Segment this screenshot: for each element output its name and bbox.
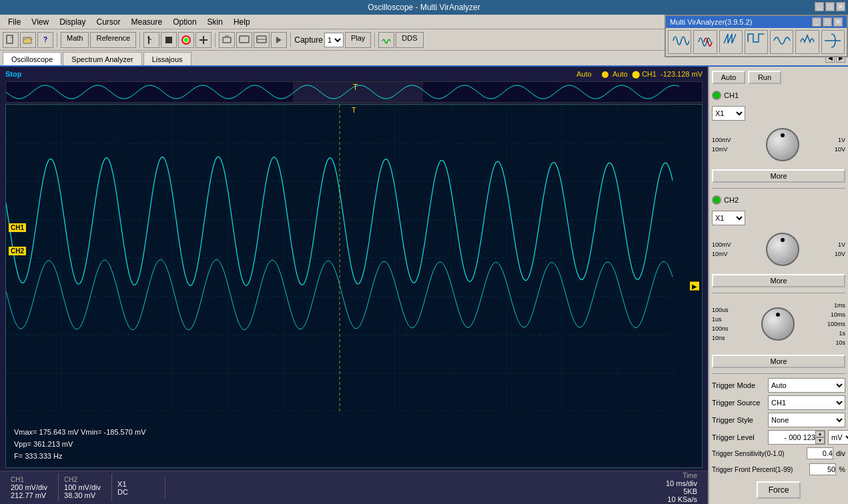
maximize-btn[interactable]: □ bbox=[825, 2, 835, 11]
mini-maximize-btn[interactable]: □ bbox=[823, 17, 832, 27]
more2-row: More bbox=[712, 273, 845, 289]
trigger-style-select[interactable]: NoneRisingFalling bbox=[768, 413, 845, 427]
auto-btn[interactable]: Auto bbox=[712, 71, 745, 84]
trigger-level-row: Trigger Level ▲ ▼ mVV bbox=[712, 430, 845, 445]
menu-measure[interactable]: Measure bbox=[126, 16, 168, 28]
ch2-mv-value: 38.30 mV bbox=[64, 491, 101, 499]
mini-minimize-btn[interactable]: _ bbox=[812, 17, 821, 27]
capture-select[interactable]: 125 bbox=[324, 33, 344, 47]
ch2-status-label: CH2 bbox=[64, 476, 101, 483]
ch1-label[interactable]: CH1 bbox=[9, 223, 26, 232]
more1-btn[interactable]: More bbox=[712, 169, 845, 183]
ch2-x1-row: X1X10 bbox=[712, 211, 845, 226]
mini-btn-2[interactable] bbox=[693, 30, 717, 54]
trigger-level-up[interactable]: ▲ bbox=[815, 431, 825, 437]
play-btn[interactable]: Play bbox=[345, 32, 371, 48]
right-marker: ▶ bbox=[690, 282, 699, 291]
status-ch-info: Auto Auto ⬤ CH1 -123.128 mV bbox=[576, 70, 703, 79]
ch2-x1-select[interactable]: X1X10 bbox=[712, 211, 745, 225]
sep5 bbox=[374, 33, 375, 47]
trigger-mode-select[interactable]: AutoNormalSingle bbox=[768, 378, 845, 393]
new-btn[interactable] bbox=[3, 32, 19, 48]
mini-btn-5[interactable] bbox=[770, 30, 793, 54]
ch2-label[interactable]: CH2 bbox=[9, 247, 26, 255]
mini-btn-4[interactable] bbox=[745, 30, 768, 54]
tab-oscilloscope[interactable]: Oscilloscope bbox=[3, 52, 61, 65]
menu-view[interactable]: View bbox=[26, 16, 54, 28]
help-btn[interactable]: ? bbox=[37, 32, 53, 48]
more3-btn[interactable]: More bbox=[712, 355, 845, 368]
trigger-level-input[interactable] bbox=[769, 431, 815, 444]
ch2-knob-dot bbox=[781, 238, 785, 242]
screen-btn[interactable] bbox=[236, 32, 252, 48]
mini-btn-3[interactable] bbox=[719, 30, 743, 54]
x1-status: X1 DC bbox=[112, 477, 165, 499]
front-percent-input[interactable] bbox=[809, 463, 836, 475]
more1-row: More bbox=[712, 168, 845, 183]
reference-btn[interactable]: Reference bbox=[90, 32, 136, 48]
menu-help[interactable]: Help bbox=[228, 16, 256, 28]
color-btn[interactable] bbox=[178, 32, 194, 48]
ch1-knob[interactable] bbox=[766, 128, 799, 161]
tab-spectrum[interactable]: Spectrum Analyzer bbox=[63, 52, 141, 65]
scope-ch-display: Auto ⬤ CH1 -123.128 mV bbox=[599, 70, 703, 78]
close-btn[interactable]: ✕ bbox=[836, 2, 845, 11]
trigger-source-row: Trigger Source CH1CH2EXT bbox=[712, 395, 845, 410]
force-btn[interactable]: Force bbox=[757, 481, 801, 499]
mini-win-controls[interactable]: _ □ ✕ bbox=[812, 17, 843, 27]
mini-btn-7[interactable] bbox=[821, 30, 845, 54]
wave-icon[interactable] bbox=[378, 32, 394, 48]
time-knob[interactable] bbox=[761, 307, 795, 341]
mini-close-btn[interactable]: ✕ bbox=[833, 17, 843, 27]
wave-area[interactable]: T T CH1 CH2 ▶ Vmax= 175.643 mV Vmin= -18… bbox=[5, 104, 703, 468]
svg-rect-4 bbox=[165, 37, 172, 43]
svg-rect-10 bbox=[225, 35, 229, 37]
trigger-level-down[interactable]: ▼ bbox=[815, 437, 825, 444]
svg-point-6 bbox=[184, 38, 188, 42]
titlebar-controls[interactable]: _ □ ✕ bbox=[815, 2, 845, 11]
dds-btn[interactable]: DDS bbox=[396, 32, 423, 48]
svg-marker-14 bbox=[276, 37, 282, 43]
minimize-btn[interactable]: _ bbox=[815, 2, 824, 11]
trigger-source-select[interactable]: CH1CH2EXT bbox=[768, 395, 845, 410]
ch2-row: CH2 bbox=[712, 193, 845, 208]
mini-analyzer-titlebar: Multi VirAnalyzer(3.9.5.2) _ □ ✕ bbox=[666, 16, 847, 28]
mini-btn-6[interactable] bbox=[795, 30, 819, 54]
stop-btn[interactable] bbox=[161, 32, 177, 48]
stamp-btn[interactable] bbox=[219, 32, 235, 48]
ch1-x1-select[interactable]: X1X10 bbox=[712, 106, 745, 121]
more2-btn[interactable]: More bbox=[712, 274, 845, 287]
cursor-btn[interactable] bbox=[143, 32, 159, 48]
menu-skin[interactable]: Skin bbox=[202, 16, 228, 28]
ch2-knob-labels-left: 100mV 10mV bbox=[712, 241, 731, 258]
ch2-div-value: 100 mV/div bbox=[64, 483, 101, 491]
stop-label: Stop bbox=[5, 70, 21, 78]
sensitivity-input[interactable] bbox=[807, 447, 833, 459]
main-area: Stop Auto Auto ⬤ CH1 -123.128 mV T T CH1… bbox=[0, 67, 848, 504]
trigger-source-label: Trigger Source bbox=[712, 399, 765, 407]
reverse-btn[interactable] bbox=[271, 32, 287, 48]
time-knob-labels-right: 1ms 10ms 100ms 1s 10s bbox=[827, 301, 845, 347]
menu-display[interactable]: Display bbox=[54, 16, 91, 28]
ch2-status: CH2 100 mV/div 38.30 mV bbox=[59, 473, 112, 502]
tab-lissajous[interactable]: Lissajous bbox=[143, 52, 191, 65]
menu-option[interactable]: Option bbox=[167, 16, 201, 28]
capture-group: Capture 125 bbox=[294, 33, 344, 47]
menu-cursor[interactable]: Cursor bbox=[91, 16, 126, 28]
right-panel: Auto Run CH1 X1X10 100mV 10mV 1V 10 bbox=[708, 67, 848, 504]
ch1-status: CH1 200 mV/div 212.77 mV bbox=[5, 473, 59, 502]
trigger-style-row: Trigger Style NoneRisingFalling bbox=[712, 413, 845, 427]
trigger-marker-main: T bbox=[352, 106, 356, 114]
sep-ch1-ch2 bbox=[712, 188, 845, 189]
alt-screen-btn[interactable] bbox=[254, 32, 270, 48]
open-btn[interactable] bbox=[20, 32, 36, 48]
ch2-knob[interactable] bbox=[766, 233, 799, 266]
mini-btn-1[interactable] bbox=[668, 30, 691, 54]
trigger-mode-row: Trigger Mode AutoNormalSingle bbox=[712, 378, 845, 393]
run-btn[interactable]: Run bbox=[748, 71, 781, 84]
trigger-level-unit-select[interactable]: mVV bbox=[828, 430, 848, 445]
menu-file[interactable]: File bbox=[3, 16, 26, 28]
titlebar-text: Oscilloscope - Multi VirAnalyzer bbox=[368, 3, 480, 12]
math-btn[interactable]: Math bbox=[61, 32, 89, 48]
plus-btn[interactable] bbox=[195, 32, 211, 48]
